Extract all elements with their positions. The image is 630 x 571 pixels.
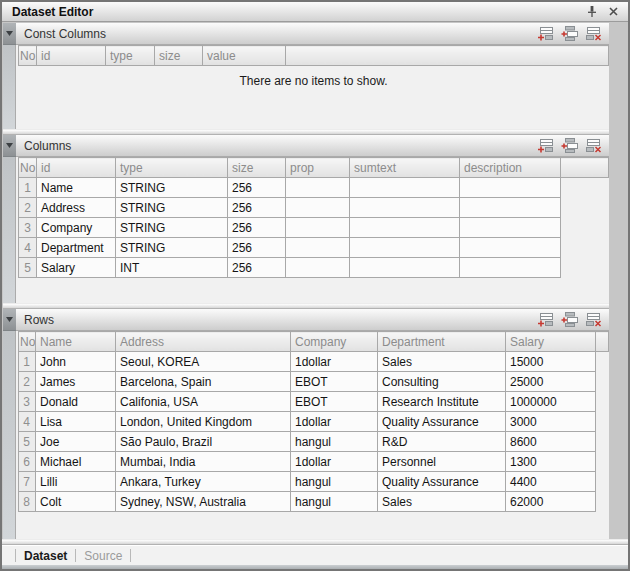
data-cell[interactable]: Mumbai, India [116, 452, 291, 472]
data-cell[interactable]: Seoul, KOREA [116, 352, 291, 372]
row-number-cell[interactable]: 5 [19, 258, 37, 278]
column-header-department[interactable]: Department [378, 332, 506, 352]
data-cell[interactable] [286, 238, 350, 258]
data-cell[interactable] [460, 198, 561, 218]
collapse-button[interactable] [3, 309, 16, 331]
data-cell[interactable]: Califonia, USA [116, 392, 291, 412]
data-cell[interactable]: Michael [36, 452, 116, 472]
data-cell[interactable]: Department [37, 238, 116, 258]
data-cell[interactable] [350, 178, 460, 198]
insert-row-button[interactable] [560, 26, 578, 42]
data-cell[interactable]: Ankara, Turkey [116, 472, 291, 492]
row-number-cell[interactable]: 4 [19, 412, 36, 432]
row-number-cell[interactable]: 3 [19, 392, 36, 412]
data-cell[interactable]: 8600 [506, 432, 596, 452]
data-cell[interactable]: 3000 [506, 412, 596, 432]
column-header-value[interactable]: value [203, 46, 286, 66]
column-header-address[interactable]: Address [116, 332, 291, 352]
column-header-no[interactable]: No [19, 46, 37, 66]
column-header-type[interactable]: type [116, 158, 228, 178]
data-cell[interactable] [460, 238, 561, 258]
column-header-id[interactable]: id [37, 158, 116, 178]
data-cell[interactable] [350, 218, 460, 238]
column-header-id[interactable]: id [37, 46, 106, 66]
data-cell[interactable] [350, 198, 460, 218]
data-cell[interactable]: 256 [228, 238, 286, 258]
delete-row-button[interactable] [584, 312, 602, 328]
delete-row-button[interactable] [584, 26, 602, 42]
data-cell[interactable]: Research Institute [378, 392, 506, 412]
data-cell[interactable] [460, 218, 561, 238]
data-cell[interactable]: 4400 [506, 472, 596, 492]
data-cell[interactable] [286, 258, 350, 278]
data-cell[interactable]: EBOT [291, 372, 378, 392]
tab-source[interactable]: Source [84, 549, 122, 563]
data-cell[interactable]: John [36, 352, 116, 372]
data-cell[interactable]: Quality Assurance [378, 412, 506, 432]
data-cell[interactable] [460, 178, 561, 198]
data-cell[interactable]: 1dollar [291, 412, 378, 432]
data-cell[interactable]: Sydney, NSW, Australia [116, 492, 291, 512]
pin-button[interactable] [583, 4, 600, 20]
data-cell[interactable] [286, 198, 350, 218]
data-cell[interactable]: Personnel [378, 452, 506, 472]
data-cell[interactable] [350, 258, 460, 278]
data-cell[interactable]: 1dollar [291, 452, 378, 472]
data-cell[interactable]: STRING [116, 238, 228, 258]
data-cell[interactable]: 256 [228, 218, 286, 238]
row-number-cell[interactable]: 2 [19, 372, 36, 392]
add-row-button[interactable] [536, 26, 554, 42]
data-cell[interactable]: Sales [378, 492, 506, 512]
data-cell[interactable]: Name [37, 178, 116, 198]
data-cell[interactable]: STRING [116, 218, 228, 238]
insert-row-button[interactable] [560, 138, 578, 154]
data-cell[interactable]: 256 [228, 258, 286, 278]
column-header-sumtext[interactable]: sumtext [350, 158, 460, 178]
data-cell[interactable]: STRING [116, 178, 228, 198]
column-header-name[interactable]: Name [36, 332, 116, 352]
data-cell[interactable] [286, 178, 350, 198]
data-cell[interactable]: James [36, 372, 116, 392]
data-cell[interactable] [286, 218, 350, 238]
data-cell[interactable]: Colt [36, 492, 116, 512]
data-cell[interactable]: Sales [378, 352, 506, 372]
row-number-cell[interactable]: 7 [19, 472, 36, 492]
insert-row-button[interactable] [560, 312, 578, 328]
column-header-description[interactable]: description [460, 158, 561, 178]
data-cell[interactable]: 25000 [506, 372, 596, 392]
data-cell[interactable]: Consulting [378, 372, 506, 392]
data-cell[interactable]: hangul [291, 492, 378, 512]
close-button[interactable] [605, 4, 622, 20]
row-number-cell[interactable]: 3 [19, 218, 37, 238]
data-cell[interactable]: hangul [291, 472, 378, 492]
data-cell[interactable]: EBOT [291, 392, 378, 412]
add-row-button[interactable] [536, 312, 554, 328]
row-number-cell[interactable]: 4 [19, 238, 37, 258]
tab-dataset[interactable]: Dataset [24, 549, 67, 563]
row-number-cell[interactable]: 8 [19, 492, 36, 512]
data-cell[interactable]: INT [116, 258, 228, 278]
data-cell[interactable] [460, 258, 561, 278]
data-cell[interactable]: Donald [36, 392, 116, 412]
data-cell[interactable]: 1000000 [506, 392, 596, 412]
data-cell[interactable] [350, 238, 460, 258]
row-number-cell[interactable]: 5 [19, 432, 36, 452]
add-row-button[interactable] [536, 138, 554, 154]
data-cell[interactable]: Company [37, 218, 116, 238]
data-cell[interactable]: São Paulo, Brazil [116, 432, 291, 452]
row-number-cell[interactable]: 2 [19, 198, 37, 218]
collapse-button[interactable] [3, 135, 16, 157]
data-cell[interactable]: 1dollar [291, 352, 378, 372]
column-header-type[interactable]: type [106, 46, 155, 66]
collapse-button[interactable] [3, 23, 16, 45]
data-cell[interactable]: 1300 [506, 452, 596, 472]
data-cell[interactable]: Joe [36, 432, 116, 452]
data-cell[interactable]: 15000 [506, 352, 596, 372]
column-header-size[interactable]: size [155, 46, 203, 66]
data-cell[interactable]: R&D [378, 432, 506, 452]
data-cell[interactable]: Barcelona, Spain [116, 372, 291, 392]
column-header-size[interactable]: size [228, 158, 286, 178]
data-cell[interactable]: hangul [291, 432, 378, 452]
data-cell[interactable]: Lilli [36, 472, 116, 492]
delete-row-button[interactable] [584, 138, 602, 154]
